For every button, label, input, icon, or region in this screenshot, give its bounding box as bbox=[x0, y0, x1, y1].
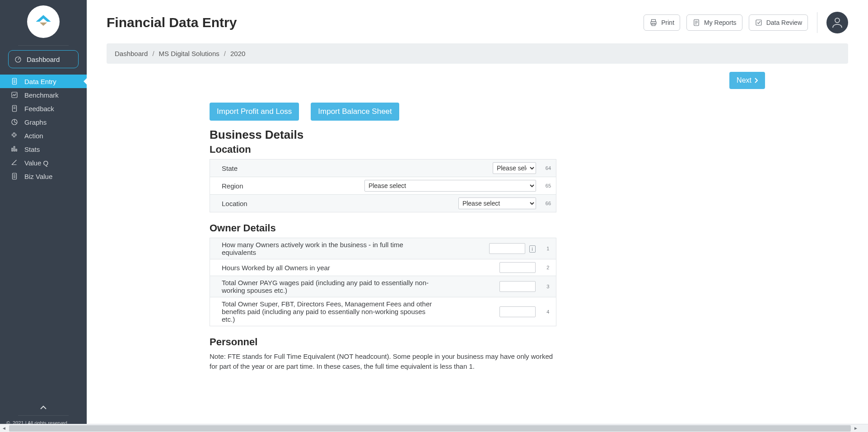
dashboard-icon bbox=[14, 55, 22, 63]
benchmark-icon bbox=[10, 91, 19, 99]
row-label: Region bbox=[210, 177, 360, 195]
dashboard-label: Dashboard bbox=[27, 56, 60, 63]
header: Financial Data Entry Print My Reports Da… bbox=[87, 0, 868, 33]
breadcrumb-separator: / bbox=[224, 50, 226, 57]
super-fbt-input[interactable] bbox=[499, 306, 536, 317]
table-row: How many Owners actively work in the bus… bbox=[210, 238, 556, 259]
row-label: Total Owner PAYG wages paid (including a… bbox=[210, 276, 440, 297]
sidebar-item-label: Biz Value bbox=[24, 173, 52, 180]
main: Financial Data Entry Print My Reports Da… bbox=[87, 0, 868, 432]
row-index: 66 bbox=[541, 195, 556, 212]
sidebar-item-label: Action bbox=[24, 132, 43, 140]
sidebar-item-graphs[interactable]: Graphs bbox=[0, 115, 87, 129]
table-row: Total Owner PAYG wages paid (including a… bbox=[210, 276, 556, 297]
sidebar-item-stats[interactable]: Stats bbox=[0, 142, 87, 156]
button-label: Next bbox=[737, 76, 751, 85]
hours-worked-input[interactable] bbox=[499, 262, 536, 273]
row-label: Hours Worked by all Owners in year bbox=[210, 259, 440, 276]
user-avatar[interactable] bbox=[826, 12, 848, 33]
sidebar-item-value-q[interactable]: Value Q bbox=[0, 156, 87, 169]
chevron-right-icon bbox=[754, 78, 758, 83]
table-row: Hours Worked by all Owners in year 2 bbox=[210, 259, 556, 276]
bizvalue-icon bbox=[10, 172, 19, 180]
table-row: Region Please select 65 bbox=[210, 177, 556, 195]
reports-icon bbox=[692, 19, 700, 27]
table-row: Total Owner Super, FBT, Directors Fees, … bbox=[210, 297, 556, 326]
personnel-heading: Personnel bbox=[210, 336, 766, 348]
stats-icon bbox=[10, 145, 19, 153]
state-select[interactable]: Please select bbox=[493, 162, 536, 174]
region-select[interactable]: Please select bbox=[364, 180, 536, 192]
breadcrumb-dashboard[interactable]: Dashboard bbox=[115, 50, 148, 57]
document-icon bbox=[10, 77, 19, 85]
location-select[interactable]: Please select bbox=[458, 197, 536, 209]
scroll-left-arrow[interactable]: ◄ bbox=[0, 424, 8, 432]
row-control bbox=[440, 297, 540, 326]
breadcrumb-year[interactable]: 2020 bbox=[230, 50, 245, 57]
business-details-heading: Business Details bbox=[210, 128, 766, 142]
sidebar: Dashboard Data Entry Benchmark Feedback bbox=[0, 0, 87, 432]
button-label: Data Review bbox=[766, 19, 802, 26]
divider bbox=[18, 45, 69, 46]
sidebar-item-label: Graphs bbox=[24, 118, 47, 126]
valueq-icon bbox=[10, 159, 19, 167]
print-button[interactable]: Print bbox=[644, 14, 680, 31]
owner-details-table: How many Owners actively work in the bus… bbox=[210, 238, 556, 326]
table-row: Location Please select 66 bbox=[210, 195, 556, 212]
row-control: Please select bbox=[360, 177, 541, 195]
payg-wages-input[interactable] bbox=[499, 281, 536, 292]
breadcrumb-separator: / bbox=[152, 50, 154, 57]
next-row: Next bbox=[210, 72, 766, 89]
next-button[interactable]: Next bbox=[729, 72, 765, 89]
header-actions: Print My Reports Data Review bbox=[644, 12, 848, 33]
owner-details-heading: Owner Details bbox=[210, 222, 766, 234]
graphs-icon bbox=[10, 118, 19, 126]
row-index: 1 bbox=[540, 238, 556, 259]
row-index: 2 bbox=[540, 259, 556, 276]
my-reports-button[interactable]: My Reports bbox=[686, 14, 742, 31]
breadcrumb: Dashboard / MS Digital Solutions / 2020 bbox=[107, 43, 848, 64]
row-control: Please select bbox=[360, 160, 541, 177]
sidebar-item-biz-value[interactable]: Biz Value bbox=[0, 169, 87, 183]
scroll-right-arrow[interactable]: ► bbox=[852, 424, 860, 432]
row-control: i bbox=[440, 238, 540, 259]
info-icon[interactable]: i bbox=[529, 245, 536, 253]
import-balance-sheet-button[interactable]: Import Balance Sheet bbox=[311, 103, 399, 121]
svg-marker-0 bbox=[36, 15, 51, 22]
breadcrumb-company[interactable]: MS Digital Solutions bbox=[159, 50, 219, 57]
svg-point-24 bbox=[835, 18, 840, 23]
import-profit-loss-button[interactable]: Import Profit and Loss bbox=[210, 103, 299, 121]
data-review-button[interactable]: Data Review bbox=[749, 14, 808, 31]
row-index: 3 bbox=[540, 276, 556, 297]
logo-wrap bbox=[0, 0, 87, 42]
personnel-note: Note: FTE stands for Full Time Equivalen… bbox=[210, 352, 557, 371]
sidebar-item-label: Benchmark bbox=[24, 91, 59, 99]
check-square-icon bbox=[755, 19, 763, 27]
chevron-up-icon bbox=[40, 405, 47, 410]
row-control bbox=[440, 276, 540, 297]
row-label: How many Owners actively work in the bus… bbox=[210, 238, 440, 259]
location-table: State Please select 64 Region Please sel… bbox=[210, 159, 556, 212]
action-icon bbox=[10, 131, 19, 140]
scrollbar-thumb[interactable] bbox=[9, 425, 851, 432]
sidebar-item-label: Stats bbox=[24, 146, 40, 153]
sidebar-item-benchmark[interactable]: Benchmark bbox=[0, 88, 87, 102]
svg-marker-1 bbox=[40, 23, 47, 26]
owners-fte-input[interactable] bbox=[489, 243, 525, 254]
location-heading: Location bbox=[210, 144, 766, 155]
row-index: 64 bbox=[541, 160, 556, 177]
row-index: 65 bbox=[541, 177, 556, 195]
divider bbox=[817, 12, 817, 33]
svg-rect-16 bbox=[652, 19, 656, 22]
import-row: Import Profit and Loss Import Balance Sh… bbox=[210, 103, 766, 121]
sidebar-item-feedback[interactable]: Feedback bbox=[0, 102, 87, 115]
divider bbox=[18, 415, 69, 416]
row-label: Location bbox=[210, 195, 360, 212]
row-label: Total Owner Super, FBT, Directors Fees, … bbox=[210, 297, 440, 326]
sidebar-item-data-entry[interactable]: Data Entry bbox=[0, 75, 87, 88]
logo[interactable] bbox=[27, 5, 60, 38]
horizontal-scrollbar[interactable]: ◄ ► bbox=[0, 424, 868, 432]
sidebar-item-action[interactable]: Action bbox=[0, 129, 87, 142]
collapse-sidebar-button[interactable] bbox=[6, 401, 80, 413]
dashboard-button[interactable]: Dashboard bbox=[8, 50, 79, 68]
